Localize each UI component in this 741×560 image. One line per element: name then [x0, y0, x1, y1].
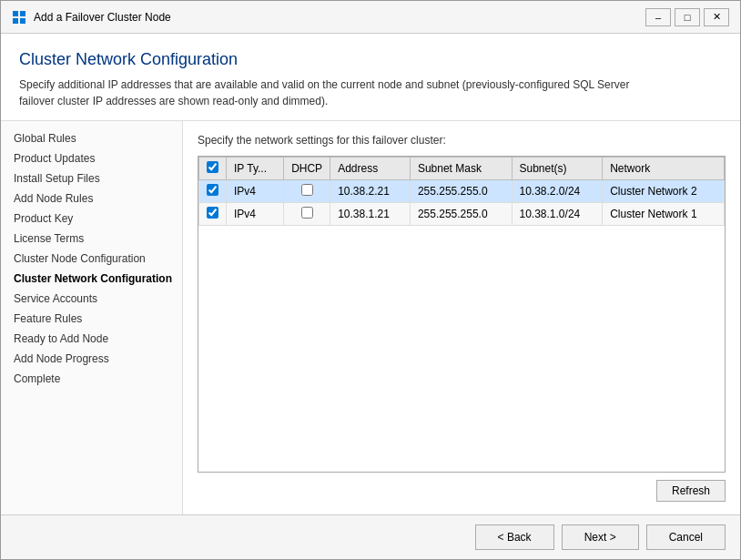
col-header-checkbox	[199, 158, 227, 180]
minimize-button[interactable]: –	[645, 8, 671, 26]
svg-rect-3	[20, 18, 25, 24]
refresh-button[interactable]: Refresh	[656, 480, 726, 502]
col-header-subnets: Subnet(s)	[512, 158, 603, 180]
panel-description: Specify the network settings for this fa…	[198, 134, 726, 147]
row1-checkbox-cell	[199, 180, 227, 203]
back-button[interactable]: < Back	[475, 524, 554, 550]
close-button[interactable]: ✕	[704, 8, 729, 26]
sidebar-item-product-key[interactable]: Product Key	[1, 209, 182, 229]
sidebar-item-feature-rules[interactable]: Feature Rules	[1, 309, 182, 329]
row1-dhcp-cell	[284, 180, 330, 203]
right-panel: Specify the network settings for this fa…	[183, 121, 740, 514]
row2-checkbox-cell	[199, 203, 227, 226]
next-button[interactable]: Next >	[562, 524, 639, 550]
col-header-network: Network	[603, 158, 725, 180]
row2-subnet-mask: 255.255.255.0	[410, 203, 512, 226]
col-header-ip-type: IP Ty...	[227, 158, 284, 180]
network-table-wrapper: IP Ty... DHCP Address Subnet Mask Subnet…	[198, 156, 726, 473]
row1-network: Cluster Network 2	[603, 180, 725, 203]
row1-checkbox[interactable]	[207, 184, 218, 196]
sidebar-item-install-setup-files[interactable]: Install Setup Files	[1, 168, 182, 188]
col-header-dhcp: DHCP	[284, 158, 330, 180]
row2-network: Cluster Network 1	[603, 203, 725, 226]
sidebar-item-cluster-node-config[interactable]: Cluster Node Configuration	[1, 249, 182, 269]
title-bar-left: Add a Failover Cluster Node	[12, 10, 171, 25]
cancel-button[interactable]: Cancel	[646, 524, 726, 550]
row1-subnet-mask: 255.255.255.0	[410, 180, 512, 203]
sidebar-item-global-rules[interactable]: Global Rules	[1, 128, 182, 148]
window-title: Add a Failover Cluster Node	[34, 11, 171, 24]
col-header-address: Address	[330, 158, 411, 180]
maximize-button[interactable]: □	[675, 8, 700, 26]
sidebar-item-service-accounts[interactable]: Service Accounts	[1, 289, 182, 309]
sidebar-item-add-node-progress[interactable]: Add Node Progress	[1, 349, 182, 369]
main-area: Global Rules Product Updates Install Set…	[1, 121, 740, 514]
svg-rect-0	[13, 11, 18, 16]
row2-checkbox[interactable]	[207, 207, 218, 219]
header-section: Cluster Network Configuration Specify ad…	[1, 34, 740, 121]
row1-subnets: 10.38.2.0/24	[512, 180, 603, 203]
sidebar-item-license-terms[interactable]: License Terms	[1, 229, 182, 249]
col-header-subnet-mask: Subnet Mask	[410, 158, 512, 180]
sidebar-item-ready-to-add-node[interactable]: Ready to Add Node	[1, 329, 182, 349]
select-all-checkbox[interactable]	[207, 161, 218, 173]
title-bar: Add a Failover Cluster Node – □ ✕	[1, 1, 740, 34]
network-table: IP Ty... DHCP Address Subnet Mask Subnet…	[198, 157, 725, 226]
window-icon	[12, 10, 26, 25]
content-area: Cluster Network Configuration Specify ad…	[1, 34, 740, 514]
row2-address: 10.38.1.21	[330, 203, 411, 226]
header-description: Specify additional IP addresses that are…	[19, 76, 638, 109]
sidebar-item-complete[interactable]: Complete	[1, 369, 182, 389]
svg-rect-2	[13, 18, 18, 24]
row2-ip-type: IPv4	[227, 203, 284, 226]
sidebar-item-add-node-rules[interactable]: Add Node Rules	[1, 188, 182, 209]
sidebar-item-cluster-network-config[interactable]: Cluster Network Configuration	[1, 269, 182, 289]
title-bar-controls: – □ ✕	[645, 8, 729, 26]
row2-dhcp-checkbox[interactable]	[301, 207, 313, 219]
sidebar-item-product-updates[interactable]: Product Updates	[1, 148, 182, 168]
row1-dhcp-checkbox[interactable]	[301, 184, 313, 196]
sidebar: Global Rules Product Updates Install Set…	[1, 121, 183, 514]
svg-rect-1	[20, 11, 25, 16]
table-row[interactable]: IPv4 10.38.2.21 255.255.255.0 10.38.2.0/…	[199, 180, 725, 203]
footer: < Back Next > Cancel	[1, 514, 740, 559]
page-title: Cluster Network Configuration	[19, 50, 722, 69]
table-row[interactable]: IPv4 10.38.1.21 255.255.255.0 10.38.1.0/…	[199, 203, 725, 226]
row1-ip-type: IPv4	[227, 180, 284, 203]
refresh-area: Refresh	[198, 473, 726, 502]
row2-subnets: 10.38.1.0/24	[512, 203, 603, 226]
row1-address: 10.38.2.21	[330, 180, 411, 203]
main-window: Add a Failover Cluster Node – □ ✕ Cluste…	[0, 0, 741, 560]
row2-dhcp-cell	[284, 203, 330, 226]
